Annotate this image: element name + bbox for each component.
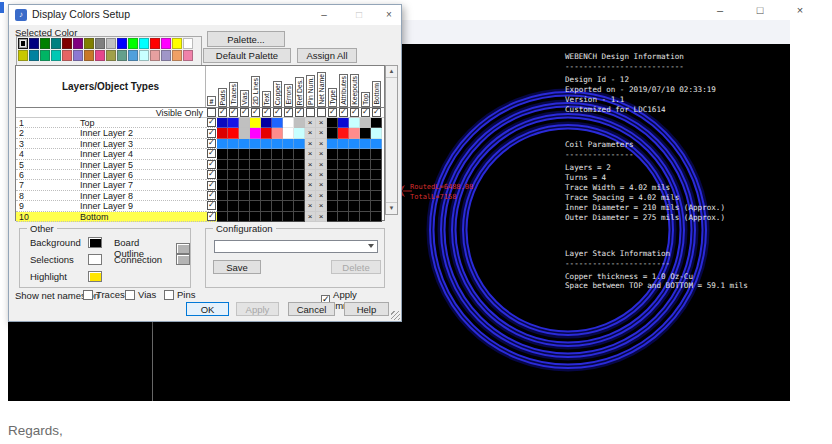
color-cell[interactable] [294,212,305,222]
color-cell[interactable] [283,180,294,190]
checkbox-icon[interactable] [284,108,293,117]
color-cell[interactable] [261,191,272,201]
color-cell[interactable] [272,201,283,211]
color-cell[interactable]: × [305,212,316,222]
color-cell[interactable] [239,201,250,211]
color-cell[interactable] [294,139,305,149]
color-cell[interactable] [294,180,305,190]
color-swatch[interactable] [161,50,171,61]
color-cell[interactable]: × [316,160,327,170]
color-cell[interactable] [294,191,305,201]
checkbox-icon[interactable] [125,290,135,300]
color-cell[interactable]: × [305,180,316,190]
color-swatch[interactable] [73,38,83,49]
color-cell[interactable] [217,128,228,138]
color-cell[interactable] [217,118,228,128]
color-cell[interactable] [272,170,283,180]
color-cell[interactable] [283,212,294,222]
color-cell[interactable] [338,118,349,128]
color-swatch[interactable] [139,50,149,61]
dialog-minimize-icon[interactable]: – [315,7,333,22]
color-cell[interactable] [228,139,239,149]
color-swatch[interactable] [161,38,171,49]
color-cell[interactable] [338,149,349,159]
palette-button[interactable]: Palette... [207,31,285,47]
color-cell[interactable] [250,212,261,222]
color-cell[interactable] [327,212,338,222]
color-cell[interactable]: × [316,149,327,159]
layer-row-label[interactable]: 1Top [16,118,206,128]
color-cell[interactable] [327,180,338,190]
color-cell[interactable] [349,118,360,128]
color-cell[interactable] [239,191,250,201]
color-cell[interactable] [294,128,305,138]
color-cell[interactable] [261,139,272,149]
color-swatch[interactable] [95,50,105,61]
color-cell[interactable] [338,180,349,190]
table-row[interactable]: 3Inner Layer 3×× [16,139,384,149]
color-cell[interactable] [261,118,272,128]
checkbox-icon[interactable] [295,108,304,117]
checkbox-icon[interactable] [229,108,238,117]
color-swatch[interactable] [88,254,102,265]
checkbox-icon[interactable] [164,290,174,300]
color-cell[interactable] [239,180,250,190]
color-cell[interactable]: × [316,139,327,149]
layer-row-label[interactable]: 4Inner Layer 4 [16,149,206,159]
color-swatch[interactable] [183,50,193,61]
configuration-dropdown[interactable] [214,240,378,253]
color-cell[interactable]: × [305,170,316,180]
color-cell[interactable] [250,201,261,211]
apply-button[interactable]: Apply [236,302,279,316]
color-cell[interactable] [360,128,371,138]
color-cell[interactable] [327,160,338,170]
checkbox-icon[interactable] [207,191,216,200]
color-cell[interactable] [250,139,261,149]
color-swatch[interactable] [88,271,102,282]
color-swatch[interactable] [29,50,39,61]
color-cell[interactable] [228,160,239,170]
color-swatch[interactable] [51,50,61,61]
checkbox-icon[interactable] [273,108,282,117]
layer-row-label[interactable]: 10Bottom [16,212,206,222]
color-cell[interactable] [349,128,360,138]
color-cell[interactable] [371,201,382,211]
checkbox-icon[interactable] [350,108,359,117]
color-cell[interactable] [371,128,382,138]
color-cell[interactable] [261,180,272,190]
color-cell[interactable] [371,118,382,128]
color-cell[interactable] [349,160,360,170]
color-cell[interactable] [283,191,294,201]
color-cell[interactable] [228,212,239,222]
net-name-option[interactable]: Pins [164,289,195,300]
color-cell[interactable] [250,191,261,201]
color-cell[interactable] [228,201,239,211]
color-swatch[interactable] [18,38,28,49]
color-cell[interactable] [228,149,239,159]
color-cell[interactable] [239,118,250,128]
color-cell[interactable] [371,160,382,170]
color-cell[interactable] [294,149,305,159]
color-cell[interactable] [217,201,228,211]
dialog-maximize-icon[interactable]: □ [350,7,368,22]
color-cell[interactable] [228,180,239,190]
color-cell[interactable] [327,118,338,128]
checkbox-icon[interactable] [328,108,337,117]
table-row[interactable]: 8Inner Layer 8×× [16,191,384,201]
color-cell[interactable] [239,212,250,222]
color-cell[interactable]: × [305,149,316,159]
checkbox-icon[interactable] [207,212,216,221]
color-cell[interactable]: × [305,160,316,170]
color-cell[interactable] [338,191,349,201]
color-swatch[interactable] [128,38,138,49]
color-cell[interactable] [283,170,294,180]
color-cell[interactable] [294,170,305,180]
color-swatch[interactable] [88,237,102,248]
color-cell[interactable] [261,170,272,180]
color-cell[interactable] [338,170,349,180]
color-cell[interactable]: × [305,128,316,138]
maximize-icon[interactable]: □ [750,2,770,18]
color-cell[interactable] [261,212,272,222]
color-cell[interactable]: × [305,118,316,128]
minimize-icon[interactable]: – [710,2,730,18]
